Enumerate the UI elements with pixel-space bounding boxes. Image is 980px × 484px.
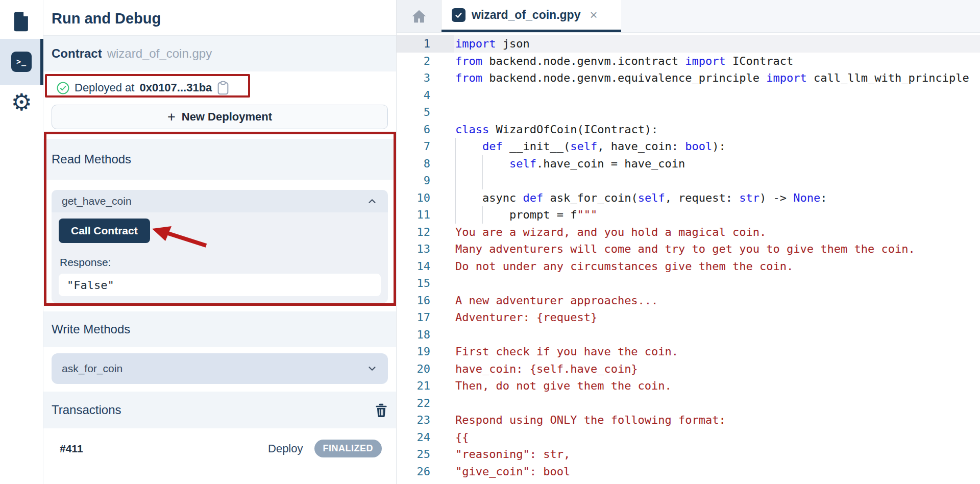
file-icon [12, 11, 31, 32]
code-text: You are a wizard, and you hold a magical… [454, 224, 980, 241]
code-text: Adventurer: {request} [454, 309, 980, 326]
code-line: 27}} [397, 480, 980, 484]
code-editor: wizard_of_coin.gpy × 1import json2from b… [397, 0, 980, 484]
sidebar-item-run-debug[interactable] [0, 39, 43, 85]
line-number: 11 [397, 206, 454, 224]
line-number: 25 [397, 446, 454, 463]
code-line: 10 async def ask_for_coin(self, request:… [397, 189, 980, 207]
code-line: 7 def __init__(self, have_coin: bool): [397, 138, 980, 155]
method-body: Call Contract Response: "False" [52, 212, 388, 303]
sidebar-item-settings[interactable]: ⚙ [0, 85, 43, 119]
code-text: self.have_coin = have_coin [454, 155, 980, 173]
code-text: Do not under any circumstances give them… [454, 258, 980, 275]
code-text: async def ask_for_coin(self, request: st… [454, 189, 980, 207]
transaction-row[interactable]: #411 Deploy FINALIZED [52, 440, 388, 457]
terminal-icon [11, 52, 32, 72]
code-text [454, 87, 980, 104]
tab-filename: wizard_of_coin.gpy [472, 8, 580, 22]
code-text: {{ [454, 429, 980, 446]
code-line: 18 [397, 326, 980, 344]
code-text: Many adventurers will come and try to ge… [454, 240, 980, 258]
page-title: Run and Debug [43, 0, 396, 36]
code-text: }} [454, 480, 980, 484]
line-number: 2 [397, 53, 454, 70]
activity-bar: ⚙ [0, 0, 43, 484]
status-badge: FINALIZED [314, 440, 382, 457]
code-line: 14Do not under any circumstances give th… [397, 258, 980, 275]
code-line: 3from backend.node.genvm.equivalence_pri… [397, 69, 980, 87]
code-text: from backend.node.genvm.equivalence_prin… [454, 69, 980, 87]
line-number: 9 [397, 172, 454, 189]
read-methods-header: Read Methods [43, 139, 396, 180]
chevron-down-icon [366, 363, 378, 374]
code-area[interactable]: 1import json2from backend.node.genvm.ico… [397, 33, 980, 484]
run-debug-panel: Run and Debug Contract wizard_of_coin.gp… [43, 0, 397, 484]
code-text: from backend.node.genvm.icontract import… [454, 53, 980, 70]
line-number: 1 [397, 35, 454, 53]
code-line: 1import json [397, 35, 980, 53]
contract-filename: wizard_of_coin.gpy [107, 46, 212, 61]
call-contract-button[interactable]: Call Contract [59, 219, 150, 243]
code-line: 19First check if you have the coin. [397, 343, 980, 360]
code-text: A new adventurer approaches... [454, 292, 980, 309]
trash-icon[interactable] [375, 403, 388, 417]
response-label: Response: [60, 256, 381, 269]
contract-label: Contract [52, 46, 102, 61]
sidebar-item-files[interactable] [0, 4, 43, 39]
line-number: 16 [397, 292, 454, 309]
code-line: 25"reasoning": str, [397, 446, 980, 463]
code-text: def __init__(self, have_coin: bool): [454, 138, 980, 155]
code-text: "give_coin": bool [454, 463, 980, 480]
line-number: 23 [397, 412, 454, 429]
line-number: 27 [397, 480, 454, 484]
code-text: "reasoning": str, [454, 446, 980, 463]
transactions-header: Transactions [43, 392, 396, 428]
code-line: 9 [397, 172, 980, 189]
code-line: 8 self.have_coin = have_coin [397, 155, 980, 173]
code-text: import json [454, 35, 980, 53]
tab-wizard-of-coin[interactable]: wizard_of_coin.gpy × [442, 0, 621, 32]
contract-header: Contract wizard_of_coin.gpy [43, 36, 396, 71]
code-line: 12You are a wizard, and you hold a magic… [397, 224, 980, 241]
method-accordion-ask-for-coin[interactable]: ask_for_coin [52, 353, 388, 384]
close-icon[interactable]: × [590, 8, 597, 21]
gear-icon: ⚙ [11, 92, 32, 112]
deployment-status: Deployed at 0x0107...31ba [52, 76, 388, 100]
line-number: 24 [397, 429, 454, 446]
code-line: 24{{ [397, 429, 980, 446]
line-number: 19 [397, 343, 454, 360]
code-line: 22 [397, 395, 980, 412]
code-line: 15 [397, 275, 980, 292]
line-number: 6 [397, 121, 454, 138]
line-number: 10 [397, 189, 454, 207]
new-deployment-button[interactable]: + New Deployment [52, 105, 388, 129]
line-number: 26 [397, 463, 454, 480]
code-line: 13Many adventurers will come and try to … [397, 240, 980, 258]
code-line: 2from backend.node.genvm.icontract impor… [397, 53, 980, 70]
deployed-at-label: Deployed at [75, 81, 134, 94]
contract-address: 0x0107...31ba [139, 81, 212, 94]
app-root: ⚙ Run and Debug Contract wizard_of_coin.… [0, 0, 980, 484]
code-line: 5 [397, 104, 980, 121]
code-line: 17Adventurer: {request} [397, 309, 980, 326]
line-number: 4 [397, 87, 454, 104]
method-accordion-get-have-coin[interactable]: get_have_coin [52, 190, 388, 212]
tab-bar: wizard_of_coin.gpy × [397, 0, 980, 33]
copy-icon[interactable] [217, 81, 229, 95]
code-text [454, 326, 980, 344]
code-text: First check if you have the coin. [454, 343, 980, 360]
file-check-icon [452, 8, 465, 22]
home-tab[interactable] [397, 0, 442, 32]
code-line: 21Then, do not give them the coin. [397, 377, 980, 395]
line-number: 21 [397, 377, 454, 395]
transaction-id: #411 [60, 443, 83, 455]
code-line: 16A new adventurer approaches... [397, 292, 980, 309]
line-number: 20 [397, 360, 454, 378]
line-number: 3 [397, 69, 454, 87]
home-icon [411, 9, 427, 24]
check-circle-icon [57, 82, 69, 94]
line-number: 5 [397, 104, 454, 121]
code-text [454, 104, 980, 121]
read-method-card: get_have_coin Call Contract Response: "F… [52, 190, 388, 303]
code-text: class WizardOfCoin(IContract): [454, 121, 980, 138]
